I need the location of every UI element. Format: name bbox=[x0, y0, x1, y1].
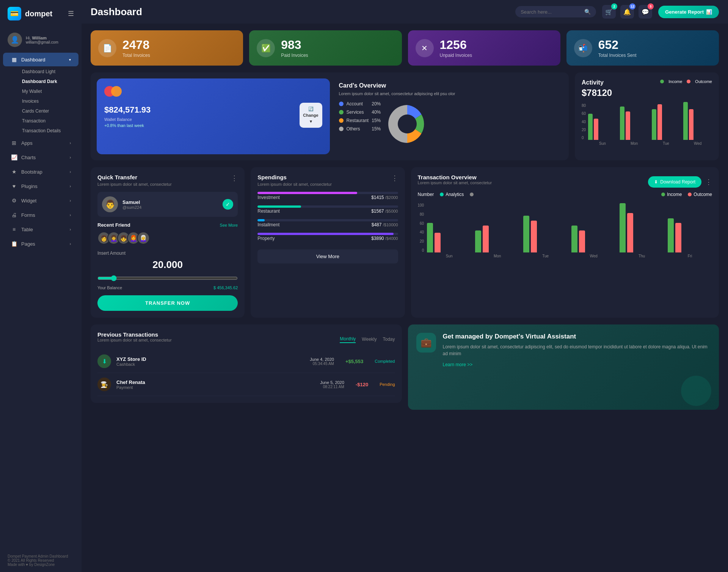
submenu-my-wallet[interactable]: My Wallet bbox=[14, 86, 82, 96]
submenu-dashboard-light[interactable]: Dashboard Light bbox=[14, 67, 82, 77]
spendings-card: Spendings Lorem ipsum dolor sit amet, co… bbox=[251, 167, 405, 318]
nav-label-bootstrap: Bootstrap bbox=[21, 169, 42, 175]
submenu-invoices[interactable]: Invoices bbox=[14, 96, 82, 106]
unpaid-icon: ✕ bbox=[416, 39, 434, 57]
nav-item-widget[interactable]: ⚙ Widget › bbox=[3, 194, 78, 207]
download-report-button[interactable]: ⬇ Download Report bbox=[648, 176, 701, 188]
co-row-account: Account 20% bbox=[339, 101, 381, 107]
nav-label-plugins: Plugins bbox=[21, 183, 38, 189]
tab-today[interactable]: Today bbox=[383, 337, 395, 343]
prev-transactions-desc: Lorem ipsum dolor sit amet, consectetur bbox=[97, 338, 172, 342]
to-menu-icon[interactable]: ⋮ bbox=[705, 178, 712, 186]
generate-report-button[interactable]: Generate Report 📊 bbox=[658, 6, 719, 18]
invoice-icon: 📄 bbox=[98, 39, 116, 57]
charts-icon: 📈 bbox=[11, 154, 17, 160]
amount-slider-container bbox=[97, 275, 238, 282]
chart-bar-icon: 📊 bbox=[706, 9, 712, 15]
message-button[interactable]: 💬 5 bbox=[639, 5, 652, 19]
chevron-right-icon-7: › bbox=[70, 227, 71, 232]
pie-chart bbox=[384, 101, 430, 147]
submenu-cards-center[interactable]: Cards Center bbox=[14, 106, 82, 116]
svg-point-0 bbox=[398, 114, 417, 133]
transfer-user-name: Samuel bbox=[122, 199, 141, 205]
header: Dashboard 🔍 🛒 2 🔔 12 💬 5 Generate Report… bbox=[82, 0, 728, 24]
paid-invoices-label: Paid Invoices bbox=[281, 53, 308, 58]
nav-item-table[interactable]: ≡ Table › bbox=[3, 223, 78, 236]
tab-weekly[interactable]: Weekly bbox=[362, 337, 377, 343]
avatar: 👤 bbox=[8, 33, 22, 47]
see-more-link[interactable]: See More bbox=[220, 223, 238, 227]
sidebar: 💳 dompet ☰ 👤 Hi, William william@gmail.c… bbox=[0, 0, 82, 572]
outcome-dot bbox=[687, 80, 690, 83]
t-name-1: XYZ Store ID bbox=[116, 356, 146, 362]
cart-button[interactable]: 🛒 2 bbox=[602, 5, 616, 19]
submenu-dashboard-dark[interactable]: Dashboard Dark bbox=[14, 77, 82, 86]
submenu-transaction-details[interactable]: Transaction Details bbox=[14, 126, 82, 136]
tab-monthly[interactable]: Monthly bbox=[340, 336, 356, 343]
nav-item-charts[interactable]: 📈 Charts › bbox=[3, 150, 78, 164]
username: William bbox=[32, 36, 47, 40]
submenu-transaction[interactable]: Transaction bbox=[14, 116, 82, 126]
change-button[interactable]: 🔄 Change ▾ bbox=[300, 103, 322, 128]
chevron-right-icon-6: › bbox=[70, 213, 71, 217]
logo-text: dompet bbox=[25, 9, 52, 18]
co-row-restaurant: Restaurant 15% bbox=[339, 118, 381, 123]
nav-label-charts: Charts bbox=[21, 155, 36, 160]
spendings-desc: Lorem ipsum dolor sit amet, consectetur bbox=[257, 182, 332, 186]
cart-badge: 2 bbox=[611, 3, 617, 9]
recent-friend-label: Recent Friend bbox=[97, 222, 130, 228]
stat-unpaid-invoices: ✕ 1256 Unpaid Invoices bbox=[408, 30, 560, 66]
bootstrap-icon: ★ bbox=[11, 169, 17, 175]
nav-item-pages[interactable]: 📋 Pages › bbox=[3, 237, 78, 251]
t-status-2: Pending bbox=[380, 382, 395, 387]
activity-title: Activity bbox=[582, 79, 612, 86]
nav-item-dashboard[interactable]: ▦ Dashboard ▾ bbox=[3, 53, 78, 66]
plugins-icon: ♥ bbox=[11, 183, 17, 189]
nav-label-table: Table bbox=[21, 227, 33, 232]
transaction-tabs: Monthly Weekly Today bbox=[340, 336, 395, 343]
sidebar-footer: Dompet Payment Admin Dashboard © 2021 Al… bbox=[0, 549, 82, 572]
wallet-card: $824,571.93 Wallet Balance +0.8% than la… bbox=[97, 78, 330, 154]
mid-row: $824,571.93 Wallet Balance +0.8% than la… bbox=[91, 72, 719, 160]
t-date-1: June 4, 2020 bbox=[310, 357, 334, 362]
recent-friend-row: Recent Friend See More bbox=[97, 222, 238, 228]
search-input[interactable] bbox=[521, 9, 581, 15]
bell-button[interactable]: 🔔 12 bbox=[620, 5, 634, 19]
spendings-title: Spendings bbox=[257, 174, 332, 180]
t-sub-1: Cashback bbox=[116, 362, 146, 367]
nav-item-apps[interactable]: ⊞ Apps › bbox=[3, 136, 78, 150]
amount-slider[interactable] bbox=[97, 275, 238, 281]
greeting: Hi, William bbox=[26, 36, 58, 40]
card-overview-desc: Lorem ipsum dolor sit amet, consectetur … bbox=[339, 91, 557, 96]
transfer-now-button[interactable]: TRANSFER NOW bbox=[97, 295, 238, 311]
dashboard-submenu: Dashboard Light Dashboard Dark My Wallet… bbox=[0, 67, 82, 136]
total-invoices-number: 2478 bbox=[122, 38, 150, 52]
chevron-right-icon: › bbox=[70, 141, 71, 145]
previous-transactions-card: Previous Transactions Lorem ipsum dolor … bbox=[91, 324, 402, 403]
spending-investment: Investment $1415 /$2000 bbox=[257, 192, 398, 200]
chevron-right-icon-5: › bbox=[70, 199, 71, 203]
nav-item-plugins[interactable]: ♥ Plugins › bbox=[3, 179, 78, 193]
nav-item-forms[interactable]: 🖨 Forms › bbox=[3, 208, 78, 222]
view-more-button[interactable]: View More bbox=[257, 249, 398, 263]
nav-item-bootstrap[interactable]: ★ Bootstrap › bbox=[3, 165, 78, 179]
card-overview-title: Card's Overview bbox=[339, 82, 557, 89]
chevron-right-icon-3: › bbox=[70, 170, 71, 174]
to-desc: Lorem ipsum dolor sit amet, consectetur bbox=[418, 180, 492, 185]
va-learn-more-link[interactable]: Learn more >> bbox=[443, 362, 473, 367]
spendings-menu-icon[interactable]: ⋮ bbox=[391, 174, 398, 192]
main-area: Dashboard 🔍 🛒 2 🔔 12 💬 5 Generate Report… bbox=[82, 0, 728, 572]
wallet-label: Wallet Balance bbox=[104, 117, 295, 122]
transaction-overview-card: Transaction Overview Lorem ipsum dolor s… bbox=[411, 167, 719, 318]
hamburger-icon[interactable]: ☰ bbox=[68, 9, 74, 18]
co-row-others: Others 15% bbox=[339, 126, 381, 132]
quick-transfer-menu-icon[interactable]: ⋮ bbox=[231, 174, 238, 192]
transfer-user-handle: @sum224 bbox=[122, 205, 141, 210]
chevron-right-icon-2: › bbox=[70, 155, 71, 160]
va-decoration bbox=[681, 376, 711, 406]
spending-restaurant: Restaurant $1567 /$5000 bbox=[257, 205, 398, 214]
logo-icon: 💳 bbox=[8, 7, 21, 20]
widget-icon: ⚙ bbox=[11, 197, 17, 204]
nav-label-forms: Forms bbox=[21, 212, 35, 218]
stat-paid-invoices: ✅ 983 Paid Invoices bbox=[249, 30, 402, 66]
